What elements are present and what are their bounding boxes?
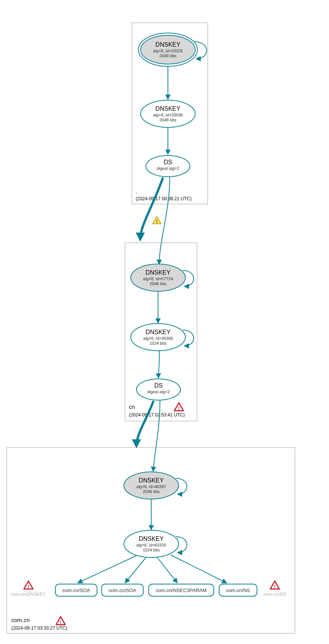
zone-root: DNSKEY alg=8, id=20326 2048 bits DNSKEY … xyxy=(132,23,208,204)
text: alg=8, id=57724 xyxy=(143,276,173,281)
text: 1024 bits xyxy=(143,548,160,552)
zone-timestamp: (2024-09-17 03:33:27 UTC) xyxy=(11,625,67,631)
root-dnskey-ksk: DNSKEY alg=8, id=20326 2048 bits xyxy=(138,33,197,66)
zone-timestamp: (2024-09-17 00:36:21 UTC) xyxy=(136,196,191,201)
text: alg=8, id=38388 xyxy=(143,336,173,341)
text: com.cn/SOA xyxy=(109,587,136,593)
text: 2048 bits xyxy=(143,489,160,494)
error-icon xyxy=(174,403,183,411)
text: DNSKEY xyxy=(146,329,171,335)
zone-label: cn xyxy=(129,404,135,410)
text: 1024 bits xyxy=(150,341,167,346)
text: digest alg=2 xyxy=(157,166,179,171)
root-dnskey-zsk: DNSKEY alg=8, id=20038 2048 bits xyxy=(141,100,195,127)
text: alg=8, id=20326 xyxy=(153,49,183,53)
text: com.cn/NSEC3PARAM xyxy=(156,587,207,593)
cn-ds: DS digest alg=2 xyxy=(136,379,180,400)
zone-comcn: DNSKEY alg=8, id=46387 2048 bits DNSKEY … xyxy=(7,448,295,633)
text: alg=8, id=46387 xyxy=(136,484,166,489)
comcn-dnskey-zsk: DNSKEY alg=8, id=43326 1024 bits xyxy=(124,530,179,558)
text: alg=8, id=43326 xyxy=(136,543,166,547)
dnssec-graph: ! ! DNSKEY alg=8, id=20326 2048 bits DNS… xyxy=(0,0,329,644)
zone-timestamp: (2024-09-17 02:53:41 UTC) xyxy=(129,412,185,418)
zone-label: com.cn xyxy=(11,617,30,623)
text: com.cn/NS xyxy=(226,587,250,593)
root-ds: DS digest alg=2 xyxy=(146,156,190,177)
error-icon xyxy=(270,581,279,589)
rr-ns: com.cn/NS xyxy=(219,584,257,596)
cn-dnskey-ksk: DNSKEY alg=8, id=57724 2048 bits xyxy=(131,264,185,291)
text: DS xyxy=(164,159,172,165)
text: DNSKEY xyxy=(146,269,171,276)
error-icon xyxy=(56,617,65,625)
text: 2048 bits xyxy=(150,281,167,286)
text: DNSKEY xyxy=(139,536,164,542)
rr-soa-1: com.cn/SOA xyxy=(55,584,97,596)
faded-rr: com.cn/NS xyxy=(264,592,286,597)
rr-nsec3param: com.cn/NSEC3PARAM xyxy=(149,584,214,596)
text: 2048 bits xyxy=(160,118,177,122)
text: DS xyxy=(154,382,163,389)
text: digest alg=2 xyxy=(147,390,170,394)
faded-rr: com.cn/DNSKEY xyxy=(11,592,46,597)
cn-dnskey-zsk: DNSKEY alg=8, id=38388 1024 bits xyxy=(131,324,185,351)
text: DNSKEY xyxy=(155,41,180,48)
error-icon xyxy=(24,581,33,589)
comcn-dnskey-ksk: DNSKEY alg=8, id=46387 2048 bits xyxy=(124,472,179,499)
zone-cn: DNSKEY alg=8, id=57724 2048 bits DNSKEY … xyxy=(125,243,197,421)
zone-label: . xyxy=(136,188,137,195)
text: alg=8, id=20038 xyxy=(153,113,183,117)
warning-icon xyxy=(153,217,161,224)
text: DNSKEY xyxy=(155,105,180,112)
rr-soa-2: com.cn/SOA xyxy=(102,584,143,596)
text: 2048 bits xyxy=(160,53,177,58)
text: com.cn/SOA xyxy=(63,587,90,593)
text: DNSKEY xyxy=(139,477,164,484)
